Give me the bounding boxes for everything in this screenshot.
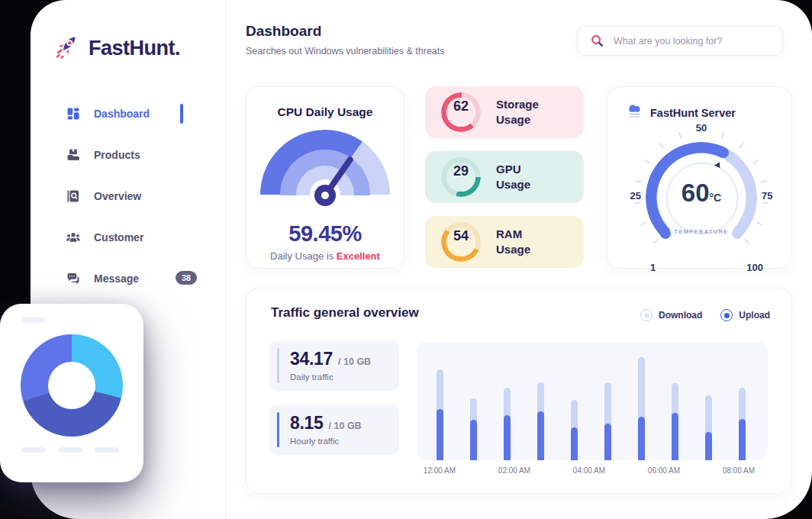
stat-accent-bar xyxy=(277,348,279,383)
daily-traffic-stat: 34.17/ 10 GB Daily traffic xyxy=(269,340,399,391)
customers-people-icon xyxy=(65,229,82,246)
message-chat-icon xyxy=(65,270,82,287)
sidebar-item-customer[interactable]: Customer xyxy=(31,217,225,258)
daily-traffic-value: 34.17 xyxy=(290,349,333,369)
donut-chart-card xyxy=(0,304,143,482)
sidebar-item-label: Overview xyxy=(94,190,141,202)
search-placeholder: What are you looking for? xyxy=(614,36,722,47)
cpu-usage-value: 59.45% xyxy=(246,221,404,247)
sidebar-item-overview[interactable]: Overview xyxy=(31,176,225,217)
overview-search-doc-icon xyxy=(65,188,82,205)
page-title: Dashboard xyxy=(246,23,321,40)
chart-x-axis-labels: 12:00 AM02:00 AM04:00 AM06:00 AM08:00 AM xyxy=(417,466,768,477)
download-radio[interactable]: Download xyxy=(640,309,702,321)
temperature-value: 60°C xyxy=(646,179,757,208)
radio-circle-icon xyxy=(640,309,652,321)
cpu-usage-caption: Daily Usage is Excellent xyxy=(246,250,404,262)
scale-label-75: 75 xyxy=(762,190,783,201)
active-indicator xyxy=(180,104,183,124)
dashboard-grid-icon xyxy=(65,105,82,122)
server-card-title: FastHunt Server xyxy=(650,107,736,119)
sidebar-item-products[interactable]: Products xyxy=(31,134,225,176)
gpu-usage-label: GPU Usage xyxy=(496,162,557,193)
products-box-icon xyxy=(65,147,82,163)
sidebar-nav: Dashboard Products xyxy=(31,93,225,299)
gpu-usage-card: 29 GPU Usage xyxy=(425,151,584,203)
cpu-gauge xyxy=(260,130,390,215)
temperature-label: TEMPERATURE xyxy=(646,228,757,235)
traffic-bar-chart xyxy=(417,342,768,460)
daily-traffic-limit: / 10 GB xyxy=(338,356,371,367)
cloud-server-icon xyxy=(626,102,644,124)
hourly-traffic-stat: 8.15/ 10 GB Hourly traffic xyxy=(269,405,399,455)
storage-usage-label: Storage Usage xyxy=(496,97,557,128)
skeleton-bar xyxy=(95,447,119,453)
stat-accent-bar xyxy=(277,412,279,447)
search-input[interactable]: What are you looking for? xyxy=(577,26,783,56)
logo[interactable]: FastHunt. xyxy=(53,32,180,64)
upload-radio[interactable]: Upload xyxy=(720,309,770,321)
sidebar-item-label: Products xyxy=(94,149,140,161)
gauge-needle-hub xyxy=(314,185,336,206)
sidebar-item-label: Dashboard xyxy=(94,108,150,120)
storage-usage-card: 62 Storage Usage xyxy=(425,86,584,138)
ram-usage-card: 54 RAM Usage xyxy=(425,216,584,268)
storage-usage-value: 62 xyxy=(441,86,481,126)
logo-text: FastHunt. xyxy=(89,37,180,60)
traffic-overview-card: Traffic general overview Download Upload… xyxy=(246,288,792,494)
cpu-usage-card: CPU Daily Usage 59.45% Daily Usage is Ex… xyxy=(246,86,404,269)
app-window: FastHunt. Dashboard xyxy=(31,0,812,519)
hourly-traffic-limit: / 10 GB xyxy=(329,421,362,431)
scale-label-25: 25 xyxy=(620,190,641,201)
sidebar-item-label: Customer xyxy=(94,231,143,243)
skeleton-bar xyxy=(21,447,46,453)
traffic-card-title: Traffic general overview xyxy=(271,305,419,321)
scale-label-1: 1 xyxy=(650,262,656,273)
gpu-usage-value: 29 xyxy=(441,151,481,191)
cpu-card-title: CPU Daily Usage xyxy=(246,105,404,119)
sidebar-item-label: Message xyxy=(94,272,139,285)
hourly-traffic-value: 8.15 xyxy=(290,413,324,434)
rocket-logo-icon xyxy=(53,32,82,64)
scale-label-100: 100 xyxy=(746,262,763,273)
temperature-gauge: 60°C TEMPERATURE 50 25 75 1 100 xyxy=(646,142,757,253)
traffic-mode-radios: Download Upload xyxy=(640,309,770,321)
ram-usage-label: RAM Usage xyxy=(496,227,557,258)
cpu-usage-rating: Excellent xyxy=(337,250,380,262)
message-count-badge: 38 xyxy=(176,271,197,285)
donut-chart xyxy=(21,334,123,437)
skeleton-bar xyxy=(21,318,44,323)
skeleton-bar xyxy=(58,447,82,453)
scale-label-50: 50 xyxy=(646,122,757,134)
radio-circle-icon xyxy=(720,309,733,321)
sidebar-item-message[interactable]: Message 38 xyxy=(31,258,225,299)
usage-cards: 62 Storage Usage 29 GPU Usage 54 RAM Usa… xyxy=(425,86,584,281)
hourly-traffic-caption: Hourly traffic xyxy=(290,437,339,446)
search-icon xyxy=(590,34,604,48)
daily-traffic-caption: Daily traffic xyxy=(290,372,334,382)
server-card: FastHunt Server 60°C TEMPERATURE 50 25 7… xyxy=(607,86,792,269)
page-subtitle: Searches out Windows vulnerabilities & t… xyxy=(246,46,445,56)
ram-usage-value: 54 xyxy=(441,216,481,256)
sidebar-item-dashboard[interactable]: Dashboard xyxy=(31,93,225,134)
